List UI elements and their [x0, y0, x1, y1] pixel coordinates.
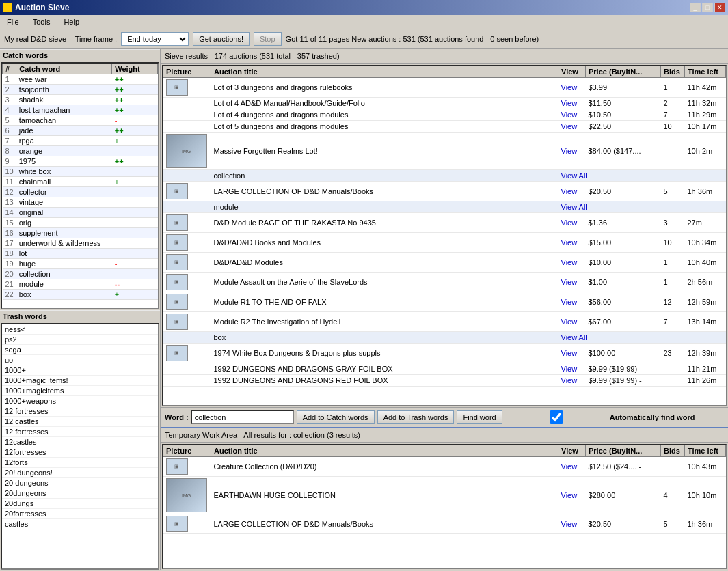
auction-image-large: IMG — [166, 134, 207, 168]
add-catch-button[interactable]: Add to Catch words — [297, 410, 375, 424]
trash-word-item[interactable]: castles — [2, 519, 158, 529]
catch-word-row[interactable]: 21 module -- — [3, 279, 158, 290]
trash-word-item[interactable]: ps2 — [2, 335, 158, 345]
view-link[interactable]: View — [561, 99, 578, 107]
timeframe-select[interactable]: End today End tomorrow End this week — [121, 32, 189, 46]
find-word-button[interactable]: Find word — [457, 410, 502, 424]
right-panel: Sieve results - 174 auctions (531 total … — [161, 49, 728, 570]
trash-word-item[interactable]: ness< — [2, 324, 158, 335]
view-link[interactable]: View — [561, 238, 578, 247]
view-link[interactable]: View — [561, 298, 578, 306]
add-trash-button[interactable]: Add to Trash words — [377, 410, 455, 424]
catch-word-row[interactable]: 5 tamoachan - — [3, 115, 158, 126]
view-link[interactable]: View — [561, 111, 578, 119]
stop-button[interactable]: Stop — [254, 32, 282, 46]
catch-word-row[interactable]: 8 orange — [3, 146, 158, 156]
view-link[interactable]: View — [561, 278, 578, 286]
view-link[interactable]: View — [561, 365, 578, 373]
auction-title: LARGE COLLECTION OF D&D Manuals/Books — [211, 182, 558, 201]
trash-word-item[interactable]: 1000+magicitems — [2, 386, 158, 396]
catch-word-row[interactable]: 10 white box — [3, 167, 158, 177]
trash-word-item[interactable]: 20fortresses — [2, 509, 158, 519]
catch-word-text: wee war — [16, 74, 112, 85]
view-link[interactable]: View — [561, 258, 578, 266]
catch-word-row[interactable]: 19 huge - — [3, 259, 158, 269]
catch-word-row[interactable]: 7 rpga + — [3, 136, 158, 146]
time-left: 1h 36m — [685, 514, 726, 534]
trash-word-item[interactable]: 12castles — [2, 437, 158, 447]
view-link[interactable]: View — [561, 147, 578, 155]
word-area: Word : Add to Catch words Add to Trash w… — [161, 407, 728, 427]
auto-find-label[interactable]: Automatically find word — [505, 410, 695, 424]
catch-word-row[interactable]: 13 vintage — [3, 197, 158, 208]
catch-word-row[interactable]: 1 wee war ++ — [3, 74, 158, 85]
catch-word-weight — [112, 228, 148, 238]
catch-word-row[interactable]: 4 lost tamoachan ++ — [3, 105, 158, 115]
results-scroll[interactable]: Picture Auction title View Price (BuyItN… — [162, 65, 727, 406]
trash-word-item[interactable]: 1000+magic items! — [2, 376, 158, 386]
close-button[interactable]: ✕ — [714, 3, 725, 12]
trash-word-item[interactable]: 12fortresses — [2, 447, 158, 458]
view-all-link[interactable]: View All — [561, 171, 587, 180]
catch-word-weight — [112, 197, 148, 208]
trash-word-item[interactable]: 12 fortresses — [2, 427, 158, 437]
catch-word-row[interactable]: 14 original — [3, 208, 158, 218]
auto-find-checkbox[interactable] — [505, 410, 608, 424]
trash-word-item[interactable]: 12 castles — [2, 417, 158, 427]
trash-word-item[interactable]: uo — [2, 355, 158, 365]
view-link[interactable]: View — [561, 462, 578, 471]
trash-word-item[interactable]: 20 dungeons — [2, 478, 158, 488]
view-link[interactable]: View — [561, 520, 578, 528]
catch-word-row[interactable]: 22 box + — [3, 290, 158, 300]
minimize-button[interactable]: _ — [690, 3, 701, 12]
catch-word-weight — [112, 218, 148, 228]
trash-word-item[interactable]: 20dungs — [2, 499, 158, 509]
trash-words-list: ness<ps2segauo1000+1000+magic items!1000… — [2, 324, 158, 569]
menu-tools[interactable]: Tools — [29, 16, 55, 27]
price: $1.00 — [586, 273, 661, 292]
view-all-link[interactable]: View All — [561, 203, 587, 211]
temp-results-scroll[interactable]: Picture Auction title View Price (BuyItN… — [162, 444, 727, 569]
catch-word-row[interactable]: 6 jade ++ — [3, 126, 158, 136]
catch-word-row[interactable]: 15 orig — [3, 218, 158, 228]
menu-help[interactable]: Help — [59, 16, 83, 27]
time-left: 10h 17m — [685, 121, 726, 133]
catch-word-row[interactable]: 3 shadaki ++ — [3, 95, 158, 105]
trash-word-item[interactable]: 1000+ — [2, 365, 158, 376]
trash-word-item[interactable]: 1000+weapons — [2, 396, 158, 406]
view-link[interactable]: View — [561, 349, 578, 357]
trash-word-item[interactable]: 12 fortresses — [2, 406, 158, 417]
sieve-label: My real D&D sieve - — [4, 35, 71, 43]
left-panel: Catch words # Catch word Weight — [0, 49, 161, 570]
catch-word-row[interactable]: 9 1975 ++ — [3, 156, 158, 167]
catch-word-text: rpga — [16, 136, 112, 146]
catch-word-row[interactable]: 2 tsojconth ++ — [3, 85, 158, 95]
maximize-button[interactable]: □ — [702, 3, 713, 12]
price: $20.50 — [586, 182, 661, 201]
view-link[interactable]: View — [561, 491, 578, 499]
catch-word-row[interactable]: 20 collection — [3, 269, 158, 279]
auction-title: 1992 DUNGEONS AND DRAGONS RED FOIL BOX — [211, 375, 558, 387]
view-link[interactable]: View — [561, 376, 578, 385]
trash-word-item[interactable]: sega — [2, 345, 158, 355]
view-link[interactable]: View — [561, 83, 578, 92]
bids: 7 — [661, 109, 685, 121]
table-row: ▣D&D Module RAGE OF THE RAKASTA No 9435V… — [163, 213, 726, 233]
view-link[interactable]: View — [561, 122, 578, 130]
view-all-link[interactable]: View All — [561, 333, 587, 342]
catch-word-row[interactable]: 11 chainmail + — [3, 177, 158, 187]
view-link[interactable]: View — [561, 318, 578, 326]
menu-file[interactable]: File — [3, 16, 23, 27]
view-link[interactable]: View — [561, 187, 578, 195]
trash-word-item[interactable]: 12forts — [2, 458, 158, 468]
catch-word-row[interactable]: 17 underworld & wilderness — [3, 238, 158, 249]
catch-word-row[interactable]: 18 lot — [3, 249, 158, 259]
view-link[interactable]: View — [561, 219, 578, 227]
auction-title: Module R1 TO THE AID OF FALX — [211, 292, 558, 312]
catch-word-row[interactable]: 12 collector — [3, 187, 158, 197]
word-input[interactable] — [191, 410, 294, 424]
trash-word-item[interactable]: 20dungeons — [2, 488, 158, 499]
catch-word-row[interactable]: 16 supplement — [3, 228, 158, 238]
trash-word-item[interactable]: 20! dungeons! — [2, 468, 158, 478]
get-auctions-button[interactable]: Get auctions! — [193, 32, 250, 46]
